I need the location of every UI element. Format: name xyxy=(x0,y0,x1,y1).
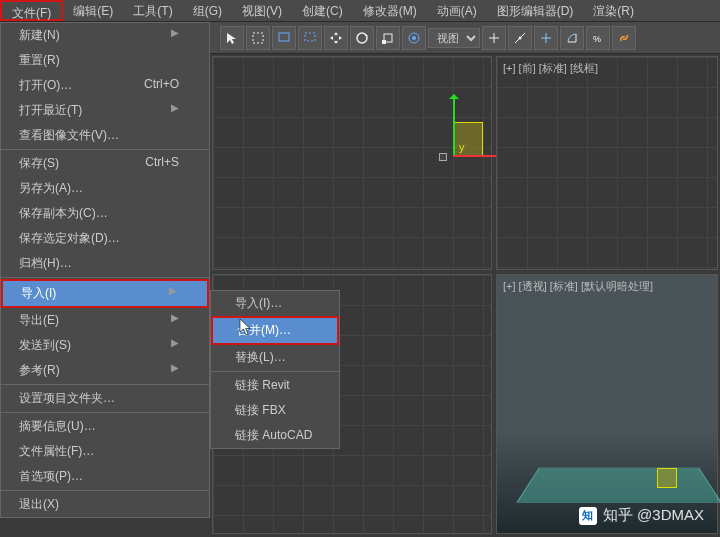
tool-snap-3[interactable] xyxy=(534,26,558,50)
menu-label: 保存(S) xyxy=(19,155,59,172)
file-menu-item-20[interactable]: 文件属性(F)… xyxy=(1,439,209,464)
file-menu-item-10[interactable]: 归档(H)… xyxy=(1,251,209,276)
view-dropdown[interactable]: 视图 xyxy=(428,28,480,48)
import-sub-item-6[interactable]: 链接 AutoCAD xyxy=(211,423,339,448)
watermark-text: 知乎 @3DMAX xyxy=(603,506,704,525)
tool-rotate[interactable] xyxy=(350,26,374,50)
tool-ref[interactable] xyxy=(402,26,426,50)
menu-2[interactable]: 工具(T) xyxy=(123,0,182,21)
menu-0[interactable]: 文件(F) xyxy=(0,0,63,21)
import-sub-item-5[interactable]: 链接 FBX xyxy=(211,398,339,423)
menu-label: 另存为(A)… xyxy=(19,180,83,197)
file-menu-item-21[interactable]: 首选项(P)… xyxy=(1,464,209,489)
file-menu-item-9[interactable]: 保存选定对象(D)… xyxy=(1,226,209,251)
menu-1[interactable]: 编辑(E) xyxy=(63,0,123,21)
origin-handle xyxy=(439,153,447,161)
import-sub-item-1[interactable]: 合并(M)… xyxy=(211,316,339,345)
menu-7[interactable]: 动画(A) xyxy=(427,0,487,21)
menu-9[interactable]: 渲染(R) xyxy=(583,0,644,21)
tool-angle-snap[interactable] xyxy=(560,26,584,50)
menu-label: 重置(R) xyxy=(19,52,60,69)
svg-rect-5 xyxy=(382,40,386,44)
tool-select-btn[interactable] xyxy=(220,26,244,50)
file-menu-item-13[interactable]: 导出(E)▶ xyxy=(1,308,209,333)
tool-crossing[interactable] xyxy=(298,26,322,50)
viewport-label-tr: [+] [前] [标准] [线框] xyxy=(503,61,598,76)
perspective-floor xyxy=(516,468,720,503)
tool-move[interactable] xyxy=(324,26,348,50)
menu-label: 归档(H)… xyxy=(19,255,72,272)
viewport-top-left[interactable]: y x xyxy=(212,56,492,270)
file-menu-item-19[interactable]: 摘要信息(U)… xyxy=(1,414,209,439)
tool-scale[interactable] xyxy=(376,26,400,50)
yellow-box-geom xyxy=(453,122,483,157)
import-sub-item-2[interactable]: 替换(L)… xyxy=(211,345,339,370)
submenu-arrow-icon: ▶ xyxy=(171,102,179,119)
svg-text:%: % xyxy=(593,34,601,44)
import-submenu: 导入(I)…合并(M)…替换(L)…链接 Revit链接 FBX链接 AutoC… xyxy=(210,290,340,449)
file-menu-item-2[interactable]: 打开(O)…Ctrl+O xyxy=(1,73,209,98)
file-dropdown: 新建(N)▶重置(R)打开(O)…Ctrl+O打开最近(T)▶查看图像文件(V)… xyxy=(0,22,210,518)
import-sub-item-0[interactable]: 导入(I)… xyxy=(211,291,339,316)
file-menu-item-3[interactable]: 打开最近(T)▶ xyxy=(1,98,209,123)
svg-point-7 xyxy=(412,36,416,40)
watermark: 知 知乎 @3DMAX xyxy=(579,506,704,525)
menu-label: 参考(R) xyxy=(19,362,60,379)
menu-shortcut: Ctrl+O xyxy=(144,77,179,94)
svg-rect-2 xyxy=(305,33,315,41)
menu-label: 摘要信息(U)… xyxy=(19,418,96,435)
tool-link[interactable] xyxy=(612,26,636,50)
tool-rect-select[interactable] xyxy=(246,26,270,50)
svg-point-8 xyxy=(519,36,522,39)
svg-point-3 xyxy=(357,33,367,43)
tool-snap-2[interactable] xyxy=(508,26,532,50)
svg-rect-1 xyxy=(279,33,289,41)
menu-8[interactable]: 图形编辑器(D) xyxy=(487,0,584,21)
separator xyxy=(1,412,209,413)
file-menu-item-7[interactable]: 另存为(A)… xyxy=(1,176,209,201)
perspective-geometry xyxy=(657,468,677,488)
submenu-arrow-icon: ▶ xyxy=(171,337,179,354)
svg-rect-0 xyxy=(253,33,263,43)
file-menu-item-6[interactable]: 保存(S)Ctrl+S xyxy=(1,151,209,176)
separator xyxy=(211,371,339,372)
menu-label: 查看图像文件(V)… xyxy=(19,127,119,144)
file-menu-item-17[interactable]: 设置项目文件夹… xyxy=(1,386,209,411)
axis-y xyxy=(453,97,455,157)
viewport-top-right[interactable]: [+] [前] [标准] [线框] xyxy=(496,56,718,270)
tool-percent-snap[interactable]: % xyxy=(586,26,610,50)
viewport-bottom-right[interactable]: [+] [透视] [标准] [默认明暗处理] xyxy=(496,274,718,534)
menu-label: 保存选定对象(D)… xyxy=(19,230,120,247)
menu-label: 新建(N) xyxy=(19,27,60,44)
menubar: 文件(F)编辑(E)工具(T)组(G)视图(V)创建(C)修改器(M)动画(A)… xyxy=(0,0,720,22)
file-menu-item-15[interactable]: 参考(R)▶ xyxy=(1,358,209,383)
submenu-arrow-icon: ▶ xyxy=(171,27,179,44)
file-menu-item-12[interactable]: 导入(I)▶ xyxy=(1,279,209,308)
file-menu-item-23[interactable]: 退出(X) xyxy=(1,492,209,517)
menu-label: 打开(O)… xyxy=(19,77,72,94)
menu-3[interactable]: 组(G) xyxy=(183,0,232,21)
file-menu-item-0[interactable]: 新建(N)▶ xyxy=(1,23,209,48)
file-menu-item-1[interactable]: 重置(R) xyxy=(1,48,209,73)
menu-4[interactable]: 视图(V) xyxy=(232,0,292,21)
file-menu-item-4[interactable]: 查看图像文件(V)… xyxy=(1,123,209,148)
menu-label: 保存副本为(C)… xyxy=(19,205,108,222)
menu-6[interactable]: 修改器(M) xyxy=(353,0,427,21)
menu-label: 设置项目文件夹… xyxy=(19,390,115,407)
import-sub-item-4[interactable]: 链接 Revit xyxy=(211,373,339,398)
separator xyxy=(1,277,209,278)
file-menu-item-8[interactable]: 保存副本为(C)… xyxy=(1,201,209,226)
tool-snap-1[interactable] xyxy=(482,26,506,50)
submenu-arrow-icon: ▶ xyxy=(171,362,179,379)
tool-window[interactable] xyxy=(272,26,296,50)
menu-label: 发送到(S) xyxy=(19,337,71,354)
menu-label: 导入(I) xyxy=(21,285,56,302)
menu-shortcut: Ctrl+S xyxy=(145,155,179,172)
file-menu-item-14[interactable]: 发送到(S)▶ xyxy=(1,333,209,358)
menu-label: 文件属性(F)… xyxy=(19,443,94,460)
axis-y-label: y xyxy=(459,141,465,153)
menu-label: 首选项(P)… xyxy=(19,468,83,485)
separator xyxy=(1,490,209,491)
menu-5[interactable]: 创建(C) xyxy=(292,0,353,21)
viewport-label-br: [+] [透视] [标准] [默认明暗处理] xyxy=(503,279,653,294)
